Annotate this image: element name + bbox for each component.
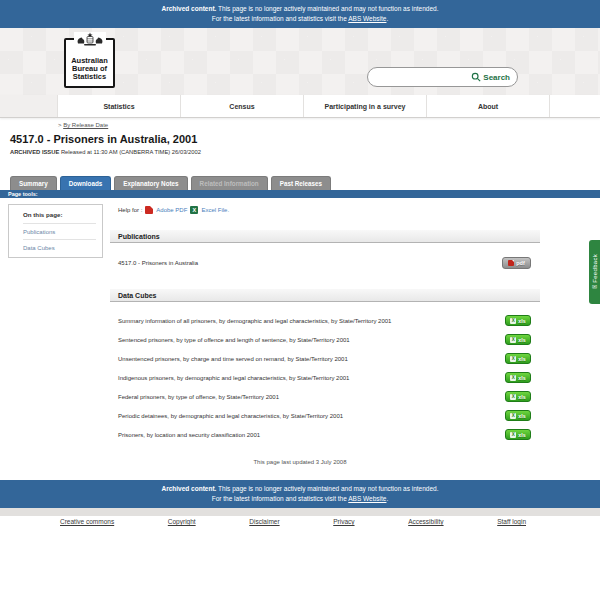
xls-button-label: xls (518, 318, 525, 324)
xls-download-button[interactable]: Xxls (505, 334, 531, 345)
search-icon (471, 72, 481, 82)
tab-related-information: Related Information (191, 176, 268, 190)
feedback-label: Feedback (592, 254, 598, 283)
footer-link-staff-login[interactable]: Staff login (497, 518, 526, 525)
on-this-page-box: On this page: Publications Data Cubes (8, 204, 103, 258)
search-button-label: Search (483, 73, 510, 82)
pdf-icon (508, 260, 514, 266)
site-header: Australian Bureau of Statistics Search (0, 28, 600, 95)
footer-link-creative-commons[interactable]: Creative commons (60, 518, 114, 525)
data-cube-row: Unsentenced prisoners, by charge and tim… (110, 349, 540, 368)
xls-download-button[interactable]: Xxls (505, 353, 531, 364)
breadcrumb-link-by-release-date[interactable]: By Release Date (63, 122, 108, 128)
xls-download-button[interactable]: Xxls (505, 429, 531, 440)
xls-button-label: xls (518, 432, 525, 438)
sidebar-link-publications[interactable]: Publications (23, 223, 96, 239)
help-for-row: Help for : Adobe PDF X Excel File. (118, 205, 229, 215)
tab-downloads[interactable]: Downloads (60, 176, 112, 190)
data-cube-title: Unsentenced prisoners, by charge and tim… (110, 356, 505, 362)
data-cube-title: Federal prisoners, by type of offence, b… (110, 394, 505, 400)
xls-button-label: xls (518, 375, 525, 381)
excel-icon: X (510, 318, 516, 324)
xls-download-button[interactable]: Xxls (505, 372, 531, 383)
released-text: Released at 11:30 AM (CANBERRA TIME) 26/… (59, 149, 201, 155)
tab-past-releases[interactable]: Past Releases (271, 176, 331, 190)
coat-of-arms-icon (74, 32, 106, 47)
tab-bar: Summary Downloads Explanatory Notes Rela… (10, 176, 331, 190)
adobe-pdf-help-link[interactable]: Adobe PDF (156, 207, 187, 213)
pdf-button-label: pdf (516, 260, 525, 266)
abs-logo[interactable]: Australian Bureau of Statistics (64, 38, 115, 88)
xls-button-label: xls (518, 394, 525, 400)
archived-banner-bold: Archived content. (161, 485, 216, 492)
footer-links: Creative commons Copyright Disclaimer Pr… (60, 518, 526, 525)
excel-icon: X (510, 432, 516, 438)
search-button[interactable]: Search (471, 72, 517, 82)
page: Archived content. This page is no longer… (0, 0, 600, 600)
xls-button-label: xls (518, 356, 525, 362)
excel-file-icon: X (190, 206, 198, 214)
archived-banner-bottom: Archived content. This page is no longer… (0, 480, 600, 508)
data-cube-row: Prisoners, by location and security clas… (110, 425, 540, 444)
publication-row: 4517.0 - Prisoners in Australia pdf (110, 254, 540, 272)
footer-link-disclaimer[interactable]: Disclaimer (249, 518, 279, 525)
main-nav: Statistics Census Participating in a sur… (0, 95, 600, 118)
publication-title: 4517.0 - Prisoners in Australia (110, 260, 502, 266)
last-updated-text: This page last updated 3 July 2008 (0, 459, 600, 465)
data-cube-title: Sentenced prisoners, by type of offence … (110, 337, 505, 343)
xls-download-button[interactable]: Xxls (505, 410, 531, 421)
excel-icon: X (510, 337, 516, 343)
data-cube-row: Periodic detainees, by demographic and l… (110, 406, 540, 425)
nav-filler (549, 95, 600, 117)
data-cube-row: Summary information of all prisoners, by… (110, 311, 540, 330)
archived-banner-line1: Archived content. This page is no longer… (0, 484, 600, 494)
publications-section-header: Publications (110, 230, 540, 243)
archived-banner-text: This page is no longer actively maintain… (216, 5, 438, 12)
footer-link-copyright[interactable]: Copyright (168, 518, 196, 525)
xls-button-label: xls (518, 337, 525, 343)
archived-banner-line2: For the latest information and statistic… (0, 494, 600, 504)
adobe-pdf-icon (145, 206, 153, 214)
data-cube-title: Indigenous prisoners, by demographic and… (110, 375, 505, 381)
archived-banner-line2: For the latest information and statistic… (0, 14, 600, 24)
footer-link-privacy[interactable]: Privacy (333, 518, 354, 525)
data-cube-title: Prisoners, by location and security clas… (110, 432, 505, 438)
archived-issue-label: ARCHIVED ISSUE (10, 149, 59, 155)
sidebar-link-data-cubes[interactable]: Data Cubes (23, 239, 96, 255)
abs-website-link[interactable]: ABS Website (348, 15, 386, 22)
xls-download-button[interactable]: Xxls (505, 391, 531, 402)
search-input[interactable] (368, 69, 471, 85)
tab-summary[interactable]: Summary (10, 176, 57, 190)
breadcrumb: > By Release Date (58, 122, 108, 128)
nav-item-about[interactable]: About (426, 95, 549, 117)
excel-icon: X (510, 394, 516, 400)
nav-item-statistics[interactable]: Statistics (57, 95, 180, 117)
nav-item-participating[interactable]: Participating in a survey (303, 95, 426, 117)
help-for-label: Help for : (118, 207, 142, 213)
xls-button-label: xls (518, 413, 525, 419)
excel-icon: X (510, 375, 516, 381)
data-cube-row: Federal prisoners, by type of offence, b… (110, 387, 540, 406)
logo-line3: Statistics (66, 73, 113, 81)
page-tools-bar: Page tools: (0, 190, 600, 198)
nav-item-census[interactable]: Census (180, 95, 303, 117)
data-cubes-section-header: Data Cubes (110, 289, 540, 302)
data-cube-title: Periodic detainees, by demographic and l… (110, 413, 505, 419)
envelope-icon: ✉ (592, 284, 597, 290)
pdf-download-button[interactable]: pdf (502, 257, 531, 269)
breadcrumb-separator: > (58, 122, 62, 128)
page-title: 4517.0 - Prisoners in Australia, 2001 (10, 133, 197, 145)
data-cubes-list: Summary information of all prisoners, by… (110, 311, 540, 444)
xls-download-button[interactable]: Xxls (505, 315, 531, 326)
data-cube-row: Indigenous prisoners, by demographic and… (110, 368, 540, 387)
abs-website-link[interactable]: ABS Website (348, 495, 386, 502)
feedback-tab[interactable]: Feedback ✉ (589, 240, 600, 304)
tab-explanatory-notes[interactable]: Explanatory Notes (114, 176, 187, 190)
footer-link-accessibility[interactable]: Accessibility (408, 518, 443, 525)
excel-icon: X (510, 413, 516, 419)
excel-icon: X (510, 356, 516, 362)
excel-file-help-link[interactable]: Excel File. (201, 207, 229, 213)
archived-banner-text: This page is no longer actively maintain… (216, 485, 438, 492)
data-cube-row: Sentenced prisoners, by type of offence … (110, 330, 540, 349)
archived-banner-line1: Archived content. This page is no longer… (0, 4, 600, 14)
